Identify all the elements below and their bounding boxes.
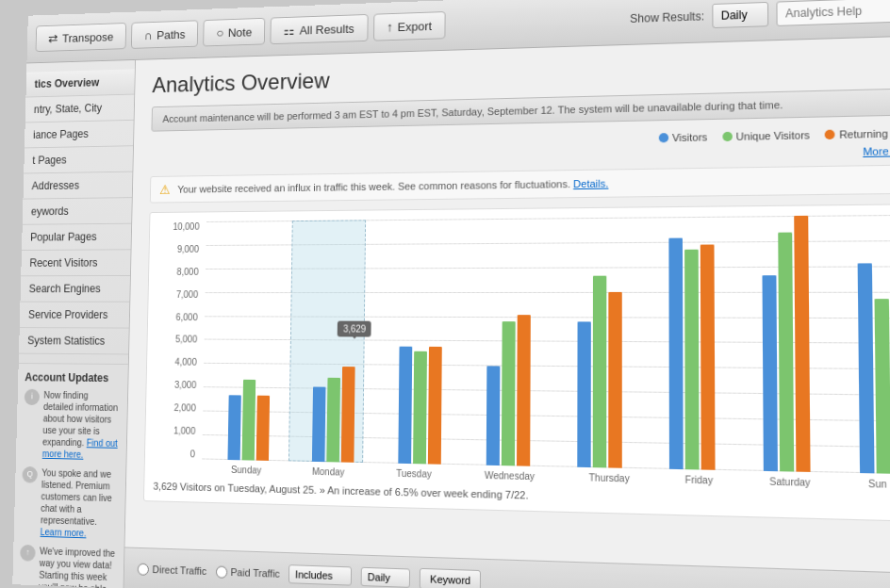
y-label-6000: 6,000: [175, 312, 197, 322]
bar-group-sunday2: [858, 263, 890, 473]
x-label-sunday2: Sun: [868, 479, 887, 490]
legend-dot-unique: [722, 132, 733, 141]
note-icon: ○: [216, 25, 223, 40]
chart-body: 3,629: [202, 215, 890, 475]
legend-unique: Unique Visitors: [722, 129, 810, 142]
bar-green-sunday2: [874, 299, 890, 474]
sidebar-item-keywords[interactable]: eywords: [23, 198, 132, 225]
transpose-button[interactable]: ⇄ Transpose: [36, 23, 127, 52]
legend-dot-returning: [825, 130, 835, 140]
update-item-1: i Now finding detailed information about…: [23, 389, 121, 462]
sidebar-item-recent[interactable]: Recent Visitors: [21, 250, 130, 276]
all-results-button[interactable]: ⚏ All Results: [271, 14, 369, 44]
y-label-5000: 5,000: [175, 335, 197, 345]
update-icon-1: i: [25, 389, 41, 405]
x-label-saturday: Saturday: [769, 476, 810, 488]
update-item-3: ↑ We've improved the way you view data! …: [18, 545, 117, 588]
show-results-dropdown[interactable]: Daily: [712, 2, 768, 28]
x-label-wednesday: Wednesday: [485, 470, 535, 482]
sidebar-item-label: System Statistics: [27, 335, 105, 348]
y-axis: 10,000 9,000 8,000 7,000 6,000 5,000 4,0…: [154, 221, 206, 459]
chart-tooltip: 3,629: [338, 321, 371, 337]
bar-green-wednesday: [502, 321, 516, 466]
sidebar-item-system[interactable]: System Statistics: [19, 328, 129, 354]
sidebar-item-label: Addresses: [32, 179, 80, 192]
sidebar-item-label: eywords: [31, 205, 69, 219]
paid-traffic-input[interactable]: [215, 565, 227, 578]
toolbar-right: Show Results: Daily ×: [630, 0, 890, 31]
bar-blue-wednesday: [486, 366, 501, 466]
direct-traffic-radio[interactable]: Direct Traffic: [138, 563, 207, 577]
bar-group-sunday: [228, 380, 271, 461]
sidebar-item-pages[interactable]: t Pages: [24, 146, 133, 173]
update-link-2[interactable]: Learn more.: [41, 527, 87, 538]
legend-label-visitors: Visitors: [672, 131, 707, 143]
daily-dropdown[interactable]: Daily: [361, 567, 410, 588]
y-label-0: 0: [190, 449, 195, 459]
sidebar-item-performance[interactable]: iance Pages: [25, 121, 134, 149]
note-label: Note: [228, 24, 253, 39]
sidebar-item-addresses[interactable]: Addresses: [23, 172, 132, 200]
legend-visitors: Visitors: [658, 131, 707, 143]
sidebar-item-label: Popular Pages: [30, 231, 97, 244]
update-text-3: We've improved the way you view data! St…: [38, 545, 117, 588]
y-label-3000: 3,000: [174, 380, 196, 390]
account-updates-title: Account Updates: [25, 371, 121, 384]
export-label: Export: [398, 19, 432, 34]
x-label-monday: Monday: [312, 466, 345, 478]
includes-dropdown[interactable]: Includes: [288, 564, 352, 586]
bar-orange-friday: [700, 245, 715, 470]
sidebar-item-popular[interactable]: Popular Pages: [22, 224, 131, 251]
export-button[interactable]: ↑ Export: [373, 11, 446, 41]
sidebar-item-service[interactable]: Service Providers: [20, 302, 130, 329]
bar-group-tuesday: [399, 347, 442, 465]
y-label-4000: 4,000: [174, 357, 196, 368]
sidebar-item-label: tics Overview: [34, 76, 99, 90]
sidebar-item-city[interactable]: ntry, State, City: [25, 95, 135, 123]
chart-area: 10,000 9,000 8,000 7,000 6,000 5,000 4,0…: [154, 215, 890, 475]
search-input[interactable]: [776, 0, 890, 26]
bars-container: [202, 215, 890, 475]
bar-green-friday: [684, 250, 700, 470]
x-label-sunday: Sunday: [231, 465, 261, 476]
keyword-button[interactable]: Keyword: [420, 568, 481, 588]
bar-orange-thursday: [608, 292, 622, 468]
sidebar-item-label: iance Pages: [33, 127, 89, 140]
paid-traffic-radio[interactable]: Paid Traffic: [215, 565, 280, 580]
traffic-notice: ⚠ Your website received an influx in tra…: [150, 164, 890, 203]
sidebar-item-overview[interactable]: tics Overview: [25, 69, 134, 97]
bar-blue-friday: [668, 238, 683, 470]
sidebar-item-label: Recent Visitors: [29, 256, 97, 270]
legend-returning: Returning Visitors: [825, 127, 890, 141]
paths-label: Paths: [157, 27, 186, 41]
paths-button[interactable]: ∩ Paths: [131, 20, 199, 49]
sidebar-item-label: Service Providers: [28, 308, 108, 321]
bar-green-sunday: [242, 380, 256, 461]
paths-icon: ∩: [143, 28, 152, 42]
warning-icon: ⚠: [159, 182, 171, 196]
bar-orange-sunday: [256, 396, 270, 461]
update-text-2: You spoke and we listened. Premium custo…: [40, 466, 119, 540]
transpose-label: Transpose: [62, 30, 114, 45]
bar-green-thursday: [592, 276, 606, 468]
y-label-10000: 10,000: [173, 221, 199, 232]
traffic-details-link[interactable]: Details.: [573, 178, 608, 190]
note-button[interactable]: ○ Note: [203, 18, 265, 47]
bar-blue-sunday: [228, 395, 241, 460]
legend-label-returning: Returning Visitors: [839, 127, 890, 140]
x-label-friday: Friday: [685, 474, 713, 485]
sidebar-item-label: ntry, State, City: [34, 102, 102, 116]
bar-group-saturday: [762, 216, 811, 472]
legend-dot-visitors: [658, 133, 668, 142]
bar-orange-monday: [341, 367, 355, 463]
bar-orange-wednesday: [517, 315, 531, 466]
main-layout: tics Overview ntry, State, City iance Pa…: [12, 36, 890, 588]
x-label-tuesday: Tuesday: [396, 468, 432, 480]
bar-blue-saturday: [762, 275, 777, 471]
sidebar-item-search-engines[interactable]: Search Engines: [20, 276, 129, 302]
direct-traffic-input[interactable]: [138, 563, 149, 575]
chart-container: 10,000 9,000 8,000 7,000 6,000 5,000 4,0…: [143, 204, 890, 522]
y-label-1000: 1,000: [173, 426, 195, 436]
bar-group-monday: [312, 367, 355, 463]
bar-green-saturday: [778, 233, 794, 472]
